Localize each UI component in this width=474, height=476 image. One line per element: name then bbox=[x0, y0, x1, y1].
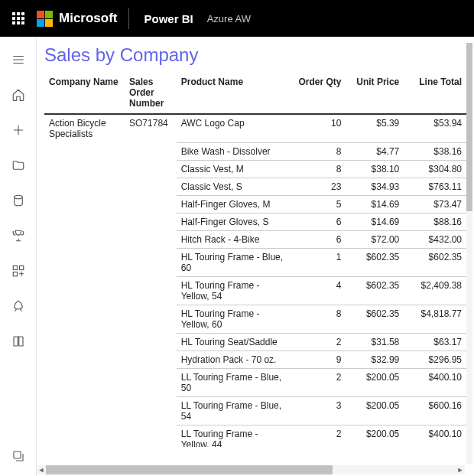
header-divider bbox=[128, 8, 129, 29]
cell-product: HL Touring Frame - Yellow, 54 bbox=[177, 276, 293, 305]
svg-rect-4 bbox=[14, 452, 21, 458]
cell-total: $400.10 bbox=[404, 368, 466, 396]
cell-total: $763.11 bbox=[404, 178, 466, 195]
vertical-scrollbar[interactable] bbox=[466, 43, 472, 464]
cell-order-number bbox=[125, 425, 177, 447]
cell-qty: 4 bbox=[292, 276, 346, 305]
table-row[interactable]: Bike Wash - Dissolver8$4.77$38.16 bbox=[44, 142, 466, 160]
microsoft-logo-icon bbox=[37, 11, 53, 27]
table-row[interactable]: LL Touring Frame - Blue, 502$200.05$400.… bbox=[44, 368, 466, 396]
data-hub-icon[interactable] bbox=[3, 185, 34, 216]
cell-company bbox=[44, 142, 125, 160]
cell-total: $38.16 bbox=[404, 142, 466, 160]
table-row[interactable]: LL Touring Frame - Blue, 543$200.05$600.… bbox=[44, 396, 466, 425]
cell-order-number bbox=[125, 195, 177, 213]
col-unit-price[interactable]: Unit Price bbox=[346, 73, 404, 114]
cell-total: $602.35 bbox=[404, 248, 466, 276]
workspace-name[interactable]: Azure AW bbox=[207, 13, 251, 24]
product-name[interactable]: Power BI bbox=[144, 12, 193, 25]
cell-qty: 2 bbox=[292, 368, 346, 396]
table-row[interactable]: Classic Vest, S23$34.93$763.11 bbox=[44, 178, 466, 195]
cell-price: $5.39 bbox=[346, 114, 404, 142]
cell-price: $14.69 bbox=[346, 195, 404, 213]
left-nav bbox=[0, 37, 37, 476]
table-row[interactable]: Classic Vest, M8$38.10$304.80 bbox=[44, 160, 466, 178]
cell-total: $88.16 bbox=[404, 213, 466, 230]
cell-qty: 6 bbox=[292, 230, 346, 248]
cell-total: $296.95 bbox=[404, 350, 466, 368]
table-row[interactable]: Action Bicycle SpecialistsSO71784AWC Log… bbox=[44, 114, 466, 142]
browse-icon[interactable] bbox=[3, 150, 34, 181]
cell-price: $200.05 bbox=[346, 368, 404, 396]
create-icon[interactable] bbox=[3, 115, 34, 145]
cell-total: $53.94 bbox=[404, 114, 466, 142]
table-row[interactable]: Half-Finger Gloves, S6$14.69$88.16 bbox=[44, 213, 466, 230]
cell-price: $200.05 bbox=[346, 396, 404, 425]
scroll-right-icon[interactable]: ► bbox=[456, 465, 465, 474]
cell-order-number bbox=[125, 276, 177, 305]
cell-total: $63.17 bbox=[404, 333, 466, 350]
cell-company bbox=[44, 213, 125, 230]
home-icon[interactable] bbox=[3, 80, 34, 110]
svg-rect-3 bbox=[13, 272, 17, 276]
cell-order-number bbox=[125, 350, 177, 368]
cell-company bbox=[44, 368, 125, 396]
table-header-row: Company Name Sales Order Number Product … bbox=[44, 73, 466, 114]
cell-order-number bbox=[125, 178, 177, 195]
apps-icon[interactable] bbox=[3, 256, 34, 286]
cell-qty: 2 bbox=[292, 425, 346, 447]
workspaces-icon[interactable] bbox=[3, 441, 34, 471]
cell-order-number bbox=[125, 333, 177, 350]
table-row[interactable]: HL Touring Frame - Blue, 601$602.35$602.… bbox=[44, 248, 466, 276]
scroll-left-icon[interactable]: ◄ bbox=[37, 465, 46, 474]
table-row[interactable]: Hydration Pack - 70 oz.9$32.99$296.95 bbox=[44, 350, 466, 368]
cell-order-number bbox=[125, 368, 177, 396]
cell-company bbox=[44, 248, 125, 276]
cell-company bbox=[44, 396, 125, 425]
cell-qty: 3 bbox=[292, 396, 346, 425]
metrics-icon[interactable] bbox=[3, 220, 34, 251]
table-visual[interactable]: Company Name Sales Order Number Product … bbox=[44, 73, 466, 447]
cell-company bbox=[44, 350, 125, 368]
cell-order-number bbox=[125, 142, 177, 160]
cell-total: $600.16 bbox=[404, 396, 466, 425]
cell-company bbox=[44, 230, 125, 248]
col-order-qty[interactable]: Order Qty bbox=[292, 73, 346, 114]
cell-qty: 8 bbox=[292, 305, 346, 333]
table-row[interactable]: Hitch Rack - 4-Bike6$72.00$432.00 bbox=[44, 230, 466, 248]
table-row[interactable]: HL Touring Frame - Yellow, 608$602.35$4,… bbox=[44, 305, 466, 333]
cell-product: Half-Finger Gloves, S bbox=[177, 213, 293, 230]
table-row[interactable]: LL Touring Frame - Yellow, 442$200.05$40… bbox=[44, 425, 466, 447]
table-row[interactable]: HL Touring Seat/Saddle2$31.58$63.17 bbox=[44, 333, 466, 350]
hamburger-icon[interactable] bbox=[3, 44, 34, 75]
cell-price: $4.77 bbox=[346, 142, 404, 160]
cell-order-number bbox=[125, 248, 177, 276]
cell-qty: 5 bbox=[292, 195, 346, 213]
cell-total: $304.80 bbox=[404, 160, 466, 178]
cell-qty: 9 bbox=[292, 350, 346, 368]
svg-rect-1 bbox=[13, 266, 17, 269]
cell-order-number bbox=[125, 160, 177, 178]
microsoft-label: Microsoft bbox=[59, 11, 118, 26]
cell-company bbox=[44, 195, 125, 213]
cell-total: $400.10 bbox=[404, 425, 466, 447]
app-launcher-icon[interactable] bbox=[0, 0, 37, 37]
cell-product: Half-Finger Gloves, M bbox=[177, 195, 293, 213]
table-row[interactable]: Half-Finger Gloves, M5$14.69$73.47 bbox=[44, 195, 466, 213]
learn-icon[interactable] bbox=[3, 326, 34, 357]
cell-price: $38.10 bbox=[346, 160, 404, 178]
cell-product: LL Touring Frame - Yellow, 44 bbox=[177, 425, 293, 447]
col-product-name[interactable]: Product Name bbox=[177, 73, 293, 114]
table-row[interactable]: HL Touring Frame - Yellow, 544$602.35$2,… bbox=[44, 276, 466, 305]
deployment-icon[interactable] bbox=[3, 291, 34, 321]
col-line-total[interactable]: Line Total bbox=[404, 73, 466, 114]
horizontal-scrollbar[interactable]: ◄ ► bbox=[37, 465, 465, 474]
cell-qty: 8 bbox=[292, 142, 346, 160]
cell-product: Hitch Rack - 4-Bike bbox=[177, 230, 293, 248]
cell-price: $14.69 bbox=[346, 213, 404, 230]
cell-qty: 6 bbox=[292, 213, 346, 230]
cell-product: HL Touring Frame - Blue, 60 bbox=[177, 248, 293, 276]
col-sales-order-number[interactable]: Sales Order Number bbox=[125, 73, 177, 114]
col-company-name[interactable]: Company Name bbox=[44, 73, 125, 114]
cell-product: LL Touring Frame - Blue, 54 bbox=[177, 396, 293, 425]
